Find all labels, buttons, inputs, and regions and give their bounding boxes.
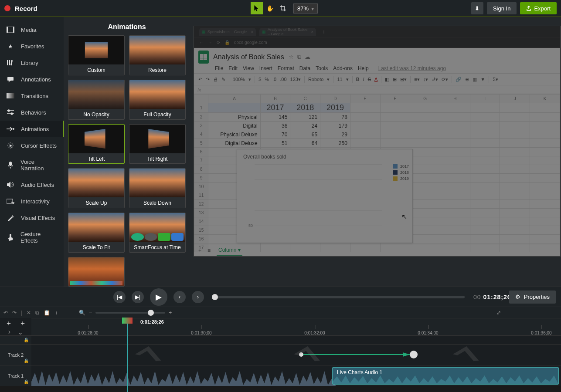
menu-insert[interactable]: Insert xyxy=(259,65,272,71)
split-icon[interactable]: ⫞ xyxy=(54,310,57,316)
anim-thumb-scale-down[interactable]: Scale Down xyxy=(129,168,186,208)
currency-icon[interactable]: $ xyxy=(258,77,261,82)
back-icon[interactable]: ← xyxy=(199,40,204,45)
sidebar-item-annotations[interactable]: Annotations xyxy=(0,71,64,88)
menu-tools[interactable]: Tools xyxy=(316,65,328,71)
sidebar-item-transitions[interactable]: Transitions xyxy=(0,88,64,104)
paint-icon[interactable]: ✎ xyxy=(221,77,225,82)
fill-icon[interactable]: ◧ xyxy=(385,77,389,82)
preview-canvas[interactable]: ▦Spreadsheet – Google× ▦Analysis of Book… xyxy=(194,26,561,257)
sidebar-item-cursor-effects[interactable]: Cursor Effects xyxy=(0,137,64,154)
add-sheet-icon[interactable]: + xyxy=(198,247,201,253)
font-size[interactable]: 11 xyxy=(337,77,342,82)
move-icon[interactable]: ⧉ xyxy=(297,54,301,61)
sidebar-item-favorites[interactable]: ★Favorites xyxy=(0,38,64,54)
frame-back-button[interactable]: ‹ xyxy=(173,291,186,303)
properties-button[interactable]: ⚙Properties xyxy=(509,291,556,304)
sidebar-item-media[interactable]: Media xyxy=(0,21,64,38)
link-icon[interactable]: 🔗 xyxy=(456,77,462,82)
new-tab-icon[interactable]: + xyxy=(322,28,326,35)
playback-scrubber[interactable] xyxy=(213,296,465,298)
crop-tool[interactable] xyxy=(277,2,289,14)
popout-icon[interactable]: ⤢ xyxy=(496,310,501,316)
sign-in-button[interactable]: Sign In xyxy=(487,2,517,14)
anim-thumb-smartfocus[interactable]: SmartFocus at Time xyxy=(129,213,186,253)
browser-tab[interactable]: ▦Spreadsheet – Google× xyxy=(199,28,256,36)
merge-icon[interactable]: ⊟▾ xyxy=(400,77,407,82)
select-tool[interactable] xyxy=(251,2,263,14)
copy-icon[interactable]: ⧉ xyxy=(35,310,39,316)
track-row-3[interactable]: ⋯🔒 xyxy=(0,335,561,344)
sidebar-item-interactivity[interactable]: Interactivity xyxy=(0,193,64,210)
strike-icon[interactable]: S xyxy=(368,77,371,82)
forward-icon[interactable]: → xyxy=(208,40,212,45)
font-select[interactable]: Roboto xyxy=(308,77,323,82)
chart-icon[interactable]: ▥ xyxy=(473,77,477,82)
hand-tool[interactable]: ✋ xyxy=(264,2,276,14)
text-color-icon[interactable]: A xyxy=(374,77,377,82)
sidebar-item-audio-effects[interactable]: Audio Effects xyxy=(0,176,64,193)
sheet-tab-column[interactable]: Column ▾ xyxy=(217,245,242,256)
chart-embed[interactable]: Overall books sold 201720182019 50 xyxy=(237,149,413,243)
sidebar-item-visual-effects[interactable]: Visual Effects xyxy=(0,210,64,226)
menu-format[interactable]: Format xyxy=(278,65,294,71)
zoom-select[interactable]: 87%▼ xyxy=(293,3,318,14)
sidebar-item-library[interactable]: Library xyxy=(0,54,64,71)
sidebar-item-animations[interactable]: Animations xyxy=(0,121,64,137)
last-edit-text[interactable]: Last edit was 12 minutes ago xyxy=(378,65,446,71)
timeline-ruler[interactable]: ＋＋ ›⌄ 0:01:28;26 0:01:28;000:01:30;000:0… xyxy=(0,318,561,335)
prev-clip-button[interactable]: |◀ xyxy=(113,291,126,303)
reload-icon[interactable]: ⟳ xyxy=(217,40,220,45)
frame-forward-button[interactable]: › xyxy=(192,291,204,303)
sheet-title[interactable]: Analysis of Book Sales xyxy=(213,53,284,61)
sidebar-item-voice-narration[interactable]: Voice Narration xyxy=(0,154,64,176)
bold-icon[interactable]: B xyxy=(356,77,360,82)
all-sheets-icon[interactable]: ≡ xyxy=(207,247,211,253)
play-button[interactable]: ▶ xyxy=(150,288,167,306)
menu-help[interactable]: Help xyxy=(358,65,369,71)
next-clip-button[interactable]: ▶| xyxy=(132,291,144,303)
print-icon[interactable]: 🖨 xyxy=(213,77,218,82)
zoom-value[interactable]: 100% xyxy=(233,77,245,82)
redo-icon[interactable]: ↷ xyxy=(12,310,17,316)
playhead-knob[interactable] xyxy=(212,294,218,300)
zoom-in-icon[interactable]: + xyxy=(169,310,172,316)
menu-data[interactable]: Data xyxy=(299,65,310,71)
comment-icon[interactable]: ⊕ xyxy=(465,77,469,82)
track-row-2[interactable]: Track 2🔒 xyxy=(0,344,561,365)
playhead-marker[interactable] xyxy=(127,318,128,392)
menu-file[interactable]: File xyxy=(215,65,223,71)
browser-tab[interactable]: ▦Analysis of Book Sales – Google× xyxy=(259,28,316,36)
timeline-zoom-slider[interactable] xyxy=(95,312,165,314)
italic-icon[interactable]: I xyxy=(363,77,364,82)
anim-thumb-tilt-right[interactable]: Tilt Right xyxy=(129,124,186,164)
halign-icon[interactable]: ≡▾ xyxy=(414,77,419,82)
sidebar-item-gesture-effects[interactable]: Gesture Effects xyxy=(0,226,64,249)
functions-icon[interactable]: Σ▾ xyxy=(493,77,498,82)
filter-icon[interactable]: ▼ xyxy=(480,77,485,82)
add-track-icon[interactable]: ＋ xyxy=(19,319,26,328)
percent-icon[interactable]: % xyxy=(265,77,269,82)
valign-icon[interactable]: ↕▾ xyxy=(423,77,428,82)
lock-icon[interactable]: 🔒 xyxy=(24,358,29,363)
formula-bar[interactable]: fx xyxy=(194,85,560,94)
anim-thumb-restore[interactable]: Restore xyxy=(129,35,186,75)
anim-thumb-extra[interactable] xyxy=(68,257,125,287)
anim-thumb-full-opacity[interactable]: Full Opacity xyxy=(129,80,186,120)
borders-icon[interactable]: ⊞ xyxy=(393,77,397,82)
lock-icon[interactable]: 🔒 xyxy=(24,338,29,342)
anim-thumb-scale-up[interactable]: Scale Up xyxy=(68,168,125,208)
lock-icon[interactable]: 🔒 xyxy=(24,379,29,384)
redo-icon[interactable]: ↷ xyxy=(206,77,210,82)
paste-icon[interactable]: 📋 xyxy=(44,310,50,316)
undo-icon[interactable]: ↶ xyxy=(3,310,8,316)
anim-thumb-scale-to-fit[interactable]: Scale To Fit xyxy=(68,213,125,253)
menu-edit[interactable]: Edit xyxy=(228,65,238,71)
plus-icon[interactable]: ＋ xyxy=(5,319,12,328)
download-button[interactable]: ⬇ xyxy=(471,2,483,14)
undo-icon[interactable]: ↶ xyxy=(198,77,202,82)
sidebar-item-behaviors[interactable]: Behaviors xyxy=(0,104,64,121)
star-icon[interactable]: ☆ xyxy=(289,54,294,61)
zoom-out-icon[interactable]: − xyxy=(89,310,92,316)
menu-addons[interactable]: Add-ons xyxy=(333,65,353,71)
